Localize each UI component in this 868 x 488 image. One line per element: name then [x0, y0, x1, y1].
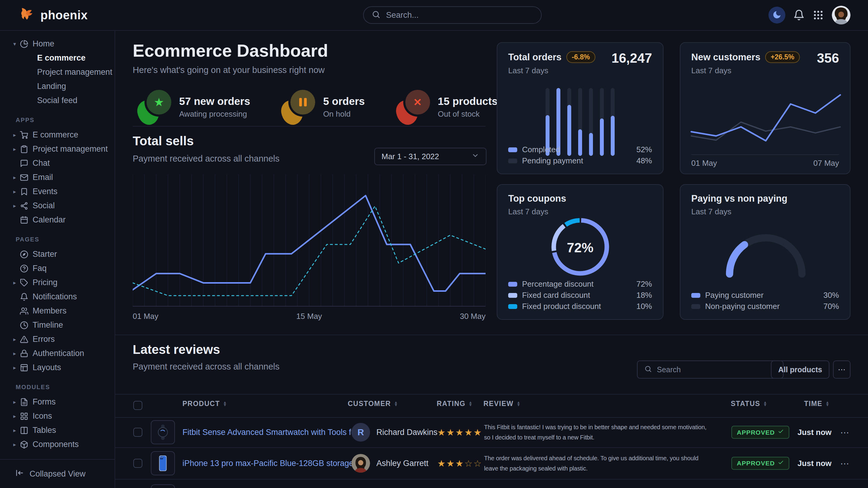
row-more-button[interactable]: ⋯: [840, 458, 849, 468]
compass-icon: [20, 250, 28, 259]
x-label-mid: 15 May: [296, 312, 322, 321]
paying-title: Paying vs non paying: [691, 193, 787, 204]
product-link[interactable]: Fitbit Sense Advanced Smartwatch with To…: [183, 428, 363, 437]
sidebar-item-forms[interactable]: ▸Forms: [0, 395, 115, 409]
column-header-review[interactable]: REVIEW▲▼: [484, 400, 521, 408]
theme-toggle-button[interactable]: [769, 7, 785, 24]
next-row-thumbnail-partial: [151, 484, 175, 488]
sidebar-section-modules: MODULES: [0, 384, 115, 391]
sidebar-item-timeline[interactable]: Timeline: [0, 318, 115, 332]
sidebar-item-components[interactable]: ▸Components: [0, 437, 115, 452]
navbar-actions: [769, 0, 850, 30]
user-avatar[interactable]: [832, 6, 850, 24]
paying-card: Paying vs non paying Last 7 days Paying …: [680, 184, 850, 320]
sidebar-item-layouts[interactable]: ▸Layouts: [0, 360, 115, 375]
column-header-rating[interactable]: RATING▲▼: [437, 400, 473, 408]
sidebar-item-project-management[interactable]: ▸Project management: [0, 142, 115, 156]
sidebar-item-tables[interactable]: ▸Tables: [0, 423, 115, 437]
sidebar-item-chat[interactable]: Chat: [0, 156, 115, 170]
date-range-select[interactable]: Mar 1 - 31, 2022: [374, 148, 487, 165]
main-content: Ecommerce Dashboard Here's what's going …: [115, 30, 868, 488]
collapse-icon: [15, 468, 24, 480]
column-header-customer[interactable]: CUSTOMER▲▼: [348, 400, 398, 408]
phoenix-logo-icon: [18, 6, 36, 24]
stats-row: ★ 57 new ordersAwating processing 5 orde…: [137, 89, 498, 125]
sidebar-item-project-management[interactable]: Project management: [0, 65, 115, 79]
sidebar-item-notifications[interactable]: Notifications: [0, 290, 115, 304]
nine-dots-apps-icon[interactable]: [812, 9, 824, 21]
row-checkbox[interactable]: [133, 428, 142, 437]
total-sells-x-labels: 01 May 15 May 30 May: [133, 312, 486, 321]
column-header-time[interactable]: TIME▲▼: [804, 400, 830, 408]
sidebar-item-email[interactable]: ▸Email: [0, 170, 115, 185]
collapse-label: Collapsed View: [30, 469, 86, 479]
table-top-line: [115, 394, 868, 395]
customer-letter-avatar: R: [351, 423, 370, 442]
sidebar-item-faq[interactable]: Faq: [0, 261, 115, 275]
column-header-status[interactable]: STATUS▲▼: [731, 400, 768, 408]
page-subtitle: Here's what's going on at your business …: [133, 65, 325, 75]
sidebar-item-e-commerce[interactable]: E commerce: [0, 51, 115, 65]
sort-icon: ▲▼: [394, 401, 398, 406]
status-badge: APPROVED: [732, 457, 789, 469]
calendar-icon: [20, 216, 28, 224]
top-coupons-title: Top coupons: [508, 193, 566, 204]
reviews-more-button[interactable]: ⋯: [833, 360, 850, 379]
sidebar-item-e-commerce[interactable]: ▸E commerce: [0, 128, 115, 142]
sidebar-item-social[interactable]: ▸Social: [0, 199, 115, 213]
sidebar-item-pricing[interactable]: ▸Pricing: [0, 275, 115, 290]
legend-row-paying-customer: Paying customer 30%: [691, 290, 839, 301]
legend-swatch: [508, 293, 517, 298]
sort-icon: ▲▼: [468, 401, 473, 406]
sidebar-item-icons[interactable]: ▸Icons: [0, 409, 115, 423]
search-icon: [644, 365, 652, 374]
sidebar-item-errors[interactable]: ▸Errors: [0, 332, 115, 346]
sort-icon: ▲▼: [763, 401, 768, 406]
sidebar-item-starter[interactable]: Starter: [0, 247, 115, 261]
help-icon: [20, 264, 28, 273]
notifications-bell-icon[interactable]: [793, 9, 805, 21]
total-orders-badge: -6.8%: [566, 51, 595, 63]
sidebar-item-social-feed[interactable]: Social feed: [0, 93, 115, 108]
share-icon: [20, 202, 28, 210]
sidebar: ▾HomeE commerceProject managementLanding…: [0, 30, 115, 488]
select-all-checkbox[interactable]: [133, 401, 142, 410]
row-more-button[interactable]: ⋯: [840, 427, 849, 438]
check-icon: [778, 429, 784, 436]
paying-gauge-chart: [680, 204, 851, 280]
x-label-end: 30 May: [460, 312, 486, 321]
stat-awating-processing: ★ 57 new ordersAwating processing: [137, 89, 250, 125]
columns-icon: [20, 426, 28, 435]
sidebar-item-events[interactable]: ▸Events: [0, 185, 115, 199]
latest-reviews-title: Latest reviews: [133, 343, 220, 357]
row-checkbox[interactable]: [133, 459, 142, 468]
stats-separator: [133, 126, 486, 127]
total-orders-card: Total orders -6.8% Last 7 days 16,247 Co…: [497, 42, 663, 174]
layout-icon: [20, 363, 28, 372]
global-search-input[interactable]: [385, 10, 533, 20]
reviews-search-input[interactable]: [656, 365, 776, 375]
sidebar-group-home[interactable]: ▾Home: [0, 37, 115, 51]
brand[interactable]: phoenix: [18, 0, 88, 30]
sidebar-item-calendar[interactable]: Calendar: [0, 213, 115, 227]
new-customers-card: New customers +26.5% Last 7 days 356 01 …: [680, 42, 850, 174]
legend-swatch: [508, 159, 517, 163]
column-header-product[interactable]: PRODUCT▲▼: [183, 400, 227, 408]
pause-icon: [281, 89, 315, 125]
sort-icon: ▲▼: [826, 401, 830, 406]
product-link[interactable]: iPhone 13 pro max-Pacific Blue-128GB sto…: [183, 458, 353, 468]
product-thumbnail-phone[interactable]: [151, 451, 175, 475]
sidebar-item-authentication[interactable]: ▸Authentication: [0, 346, 115, 360]
total-sells-title: Total sells: [133, 134, 194, 148]
new-customers-title: New customers: [691, 52, 760, 63]
collapse-view-toggle[interactable]: Collapsed View: [0, 459, 115, 488]
all-products-button[interactable]: All products: [771, 360, 829, 379]
product-thumbnail-watch[interactable]: [151, 420, 175, 444]
top-coupons-center-label: 72%: [497, 240, 663, 255]
check-icon: [778, 459, 784, 467]
tag-icon: [20, 279, 28, 287]
sidebar-item-members[interactable]: Members: [0, 304, 115, 318]
clipboard-icon: [20, 145, 28, 154]
sidebar-item-landing[interactable]: Landing: [0, 79, 115, 93]
sidebar-section-pages: PAGES: [0, 236, 115, 243]
